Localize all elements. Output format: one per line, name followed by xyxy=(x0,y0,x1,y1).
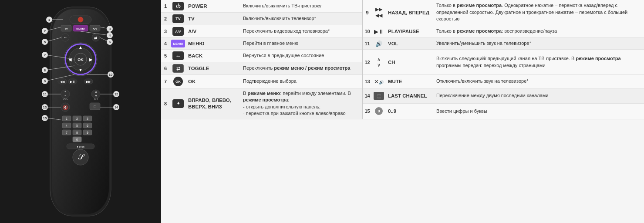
row-name-left: ВПРАВО, ВЛЕВО, ВВЕРХ, ВНИЗ xyxy=(186,88,241,119)
svg-text:● стоп: ● стоп xyxy=(77,145,84,148)
svg-text:A/V: A/V xyxy=(93,27,97,30)
row-desc-right: Увеличить/уменьшить звук на телевизоре* xyxy=(434,38,644,50)
row-desc-left: Переключить видеовыход телевизора* xyxy=(241,25,363,38)
svg-text:▲: ▲ xyxy=(78,45,83,50)
row-name-right: 0..9 xyxy=(386,104,434,119)
svg-text:0: 0 xyxy=(76,138,78,141)
svg-text:6: 6 xyxy=(109,40,111,44)
svg-text:◀: ◀ xyxy=(68,57,72,62)
svg-text:7: 7 xyxy=(44,53,46,57)
svg-text:8: 8 xyxy=(44,68,46,72)
svg-text:⇄: ⇄ xyxy=(94,36,98,40)
row-name-left: МЕНЮ xyxy=(186,38,241,50)
remote-svg: 1 2 3 TV МЕНЮ A/V 4 ← ⇄ 5 6 xyxy=(37,3,124,220)
table-row: 3A/VA/VПереключить видеовыход телевизора… xyxy=(161,25,644,38)
svg-text:−: − xyxy=(64,94,66,97)
svg-text:▶⏸: ▶⏸ xyxy=(70,80,75,83)
row-icon-right: ✕🔊 xyxy=(371,75,386,88)
svg-text:3: 3 xyxy=(109,27,111,31)
svg-text:∨: ∨ xyxy=(95,94,97,97)
svg-text:◀◀: ◀◀ xyxy=(60,80,65,83)
row-icon-left: ⇄ xyxy=(170,62,186,75)
row-desc-right: Отключить/включить звук на телевизоре* xyxy=(434,75,644,88)
row-number-right: 13 xyxy=(363,75,371,88)
row-desc-left: Подтверждение выбора xyxy=(241,75,363,88)
row-icon-right: 🔊 xyxy=(371,38,386,50)
table-row: 5←BACKВернуться в предыдущее состояние12… xyxy=(161,50,644,62)
svg-text:9: 9 xyxy=(44,79,46,83)
row-icon-right: ▶▶◀◀ xyxy=(371,0,386,25)
table-row: 8✦ВПРАВО, ВЛЕВО, ВВЕРХ, ВНИЗВ режиме мен… xyxy=(161,88,644,104)
svg-text:+: + xyxy=(64,90,66,93)
svg-text:5: 5 xyxy=(76,124,78,127)
row-name-right: LAST CHANNEL xyxy=(386,88,434,104)
row-name-right: MUTE xyxy=(386,75,434,88)
row-desc-right: Только в режиме просмотра: воспроизведен… xyxy=(434,25,644,38)
svg-text:14: 14 xyxy=(115,106,118,109)
row-name-left: TV xyxy=(186,13,241,25)
row-icon-right: 0 xyxy=(371,104,386,119)
svg-text:▼: ▼ xyxy=(78,68,83,72)
svg-text:2: 2 xyxy=(76,117,78,120)
row-number-left: 7 xyxy=(161,75,170,88)
row-desc-left: Вернуться в предыдущее состояние xyxy=(241,50,363,62)
svg-text:∧: ∧ xyxy=(95,90,97,93)
row-number-right: 15 xyxy=(363,104,371,119)
svg-text:⬚: ⬚ xyxy=(94,105,97,108)
svg-text:4: 4 xyxy=(66,124,67,127)
row-icon-right: ⬚ xyxy=(371,88,386,104)
row-icon-left: A/V xyxy=(170,25,186,38)
row-name-right: НАЗАД, ВПЕРЕД xyxy=(386,0,434,25)
row-name-right: CH xyxy=(386,50,434,75)
svg-text:1: 1 xyxy=(66,117,67,120)
row-name-right: VOL xyxy=(386,38,434,50)
row-desc-right: Только в режиме просмотра. Однократное н… xyxy=(434,0,644,25)
row-icon-left: МЕНЮ xyxy=(170,38,186,50)
row-number-left: 5 xyxy=(161,50,170,62)
instructions-table: 1⏻POWERВключить/выключить ТВ-приставку9▶… xyxy=(161,0,644,223)
svg-text:4: 4 xyxy=(109,34,111,37)
row-desc-left: Включить/выключить ТВ-приставку xyxy=(241,0,363,13)
svg-text:CH: CH xyxy=(94,98,98,100)
svg-text:▶: ▶ xyxy=(89,57,93,62)
row-icon-left: ← xyxy=(170,50,186,62)
svg-text:13: 13 xyxy=(43,105,47,109)
row-number-left: 8 xyxy=(161,88,170,119)
row-name-left: POWER xyxy=(186,0,241,13)
row-name-left: OK xyxy=(186,75,241,88)
svg-text:OK: OK xyxy=(78,57,84,62)
svg-text:6: 6 xyxy=(87,124,88,127)
row-name-left: A/V xyxy=(186,25,241,38)
row-desc-left: Перейти в главное меню xyxy=(241,38,363,50)
svg-text:←: ← xyxy=(64,35,67,40)
row-icon-left: ✦ xyxy=(170,88,186,119)
row-number-left: 2 xyxy=(161,13,170,25)
row-number-left: 4 xyxy=(161,38,170,50)
svg-text:8: 8 xyxy=(76,131,78,134)
svg-rect-1 xyxy=(52,9,109,214)
row-desc-right: Ввести цифры и буквы xyxy=(434,104,644,119)
svg-text:VOL: VOL xyxy=(63,98,68,100)
controls-table: 1⏻POWERВключить/выключить ТВ-приставку9▶… xyxy=(161,0,644,119)
remote-image: 1 2 3 TV МЕНЮ A/V 4 ← ⇄ 5 6 xyxy=(0,0,161,223)
row-number-right: 12 xyxy=(363,50,371,75)
svg-text:1: 1 xyxy=(48,18,51,22)
row-icon-right: ∧∨ xyxy=(371,50,386,75)
row-number-left: 6 xyxy=(161,62,170,75)
row-number-left: 1 xyxy=(161,0,170,13)
table-row: 1⏻POWERВключить/выключить ТВ-приставку9▶… xyxy=(161,0,644,13)
svg-text:МЕНЮ: МЕНЮ xyxy=(76,27,85,30)
row-desc-left: Включить/выключить телевизор* xyxy=(241,13,363,25)
svg-text:11: 11 xyxy=(43,92,47,96)
row-name-right: PLAY/PAUSE xyxy=(386,25,434,38)
table-row: 4МЕНЮМЕНЮПерейти в главное меню11🔊VOLУве… xyxy=(161,38,644,50)
row-desc-left: В режиме меню: перейти между элементами.… xyxy=(241,88,363,119)
row-name-left: TOGGLE xyxy=(186,62,241,75)
row-desc-right: Переключение между двумя последним канал… xyxy=(434,88,644,104)
svg-point-3 xyxy=(78,17,83,22)
row-number-right: 9 xyxy=(363,0,371,25)
svg-text:10: 10 xyxy=(109,73,113,77)
row-number-right: 14 xyxy=(363,88,371,104)
row-desc-right: Включить следующий/ предыдущий канал на … xyxy=(434,50,644,75)
svg-text:12: 12 xyxy=(115,93,118,96)
